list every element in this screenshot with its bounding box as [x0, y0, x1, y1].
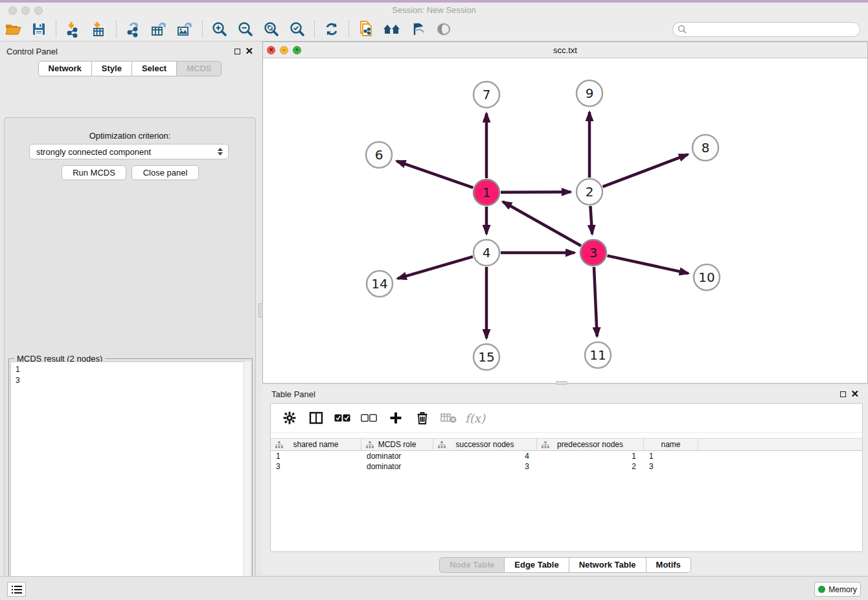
tab-motifs[interactable]: Motifs [646, 557, 691, 573]
tab-edge-table[interactable]: Edge Table [505, 557, 569, 573]
column-header-predecessor-nodes[interactable]: predecessor nodes [537, 439, 644, 450]
zoom-out-button[interactable] [233, 19, 258, 40]
select-stepper-icon [218, 148, 223, 156]
column-header-MCDS-role[interactable]: MCDS role [361, 439, 433, 450]
search-box[interactable] [672, 22, 860, 37]
cell-name[interactable]: 3 [644, 461, 698, 472]
node-3[interactable]: 3 [580, 240, 606, 266]
network-canvas[interactable]: 7968124314101511 [263, 58, 867, 383]
edge-3-1[interactable] [503, 202, 581, 246]
close-panel-button[interactable]: Close panel [131, 165, 199, 180]
node-4[interactable]: 4 [474, 240, 499, 266]
node-15[interactable]: 15 [474, 344, 499, 370]
search-icon [678, 25, 687, 34]
import-network-button[interactable] [60, 19, 86, 40]
open-session-button[interactable] [0, 19, 26, 40]
zoom-window-icon[interactable] [34, 6, 43, 15]
tab-network[interactable]: Network [38, 61, 92, 76]
node-11[interactable]: 11 [585, 342, 611, 368]
node-table: shared nameMCDS rolesuccessor nodesprede… [271, 438, 862, 472]
column-header-successor-nodes[interactable]: successor nodes [433, 439, 537, 450]
node-7[interactable]: 7 [474, 82, 499, 108]
first-neighbors-button[interactable] [379, 19, 405, 40]
node-1[interactable]: 1 [474, 179, 499, 205]
clone-network-button[interactable] [353, 19, 379, 40]
node-2[interactable]: 2 [577, 179, 602, 205]
zoom-in-button[interactable] [207, 19, 233, 40]
export-table-button[interactable] [146, 19, 172, 40]
export-image-button[interactable] [172, 19, 198, 40]
criterion-select[interactable]: strongly connected component [29, 144, 229, 159]
save-session-button[interactable] [26, 19, 52, 40]
vertical-splitter-handle[interactable] [258, 303, 263, 317]
toolbar-separator [314, 21, 315, 38]
tab-network-table[interactable]: Network Table [569, 557, 646, 573]
tab-select[interactable]: Select [132, 61, 177, 76]
minimize-window-icon[interactable] [21, 6, 30, 15]
toggle-columns-button[interactable] [304, 406, 328, 430]
cell-successor-nodes[interactable]: 4 [433, 451, 537, 461]
add-column-button[interactable] [383, 406, 407, 430]
edge-1-2[interactable] [501, 192, 571, 192]
hide-selected-button[interactable] [405, 19, 431, 40]
cell-predecessor-nodes[interactable]: 1 [537, 451, 644, 461]
edge-3-11[interactable] [594, 267, 597, 336]
tab-node-table[interactable]: Node Table [439, 557, 505, 573]
cell-shared-name[interactable]: 1 [271, 451, 361, 461]
task-history-button[interactable] [7, 582, 26, 597]
column-header-name[interactable]: name [644, 439, 698, 450]
cell-name[interactable]: 1 [644, 451, 698, 461]
cell-MCDS-role[interactable]: dominator [361, 461, 433, 472]
node-9[interactable]: 9 [577, 80, 602, 106]
delete-table-button[interactable] [437, 406, 461, 430]
zoom-selected-button[interactable] [284, 19, 310, 40]
column-header-shared-name[interactable]: shared name [271, 439, 361, 450]
close-panel-icon[interactable]: ✕ [245, 48, 253, 54]
delete-column-button[interactable] [410, 406, 434, 430]
criterion-label: Optimization criterion: [5, 131, 255, 141]
close-table-panel-icon[interactable]: ✕ [851, 391, 859, 397]
table-row[interactable]: 1dominator411 [271, 451, 862, 461]
mcds-result-text[interactable]: 1 3 [10, 362, 251, 600]
edge-4-14[interactable] [398, 257, 473, 279]
horizontal-splitter-handle[interactable] [556, 381, 567, 385]
node-10[interactable]: 10 [694, 264, 720, 290]
function-builder-button[interactable]: f(x) [463, 406, 487, 430]
result-scrollbar[interactable] [244, 362, 251, 600]
node-6[interactable]: 6 [366, 142, 392, 168]
cell-shared-name[interactable]: 3 [271, 461, 361, 472]
table-settings-button[interactable] [277, 406, 301, 430]
edge-1-6[interactable] [396, 161, 473, 188]
column-header-label: name [661, 440, 680, 449]
table-row[interactable]: 3dominator323 [271, 461, 862, 472]
memory-button[interactable]: Memory [814, 582, 861, 597]
export-network-button[interactable] [120, 19, 146, 40]
search-input[interactable] [687, 23, 860, 35]
tab-mcds[interactable]: MCDS [177, 61, 222, 76]
toolbar-separator [348, 21, 349, 38]
cell-predecessor-nodes[interactable]: 2 [537, 461, 644, 472]
tab-style[interactable]: Style [92, 61, 132, 76]
show-all-button[interactable] [431, 19, 457, 40]
edge-3-10[interactable] [607, 256, 688, 273]
refresh-layout-button[interactable] [319, 19, 345, 40]
cell-successor-nodes[interactable]: 3 [433, 461, 537, 472]
import-table-button[interactable] [86, 19, 112, 40]
float-table-panel-icon[interactable] [840, 391, 846, 397]
close-window-icon[interactable] [8, 6, 17, 15]
node-8[interactable]: 8 [692, 135, 718, 161]
select-all-columns-button[interactable] [330, 406, 354, 430]
column-header-label: successor nodes [455, 440, 514, 449]
edge-2-8[interactable] [603, 154, 688, 187]
column-type-icon [275, 441, 283, 448]
run-mcds-button[interactable]: Run MCDS [62, 165, 126, 180]
float-panel-icon[interactable] [234, 49, 240, 54]
zoom-fit-button[interactable] [258, 19, 284, 40]
node-14[interactable]: 14 [367, 271, 393, 297]
window-controls[interactable] [8, 6, 47, 17]
save-icon [31, 21, 47, 37]
column-type-icon [366, 441, 374, 448]
edge-2-3[interactable] [590, 206, 592, 234]
cell-MCDS-role[interactable]: dominator [361, 451, 433, 461]
deselect-all-columns-button[interactable] [357, 406, 381, 430]
